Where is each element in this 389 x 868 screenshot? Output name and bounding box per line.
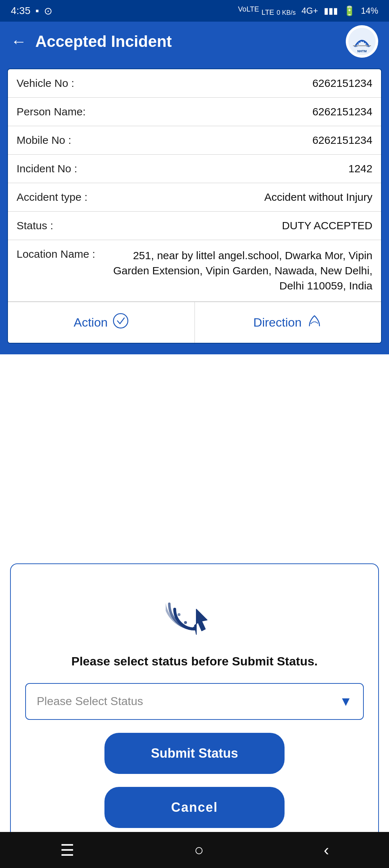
- submit-status-button[interactable]: Submit Status: [104, 733, 285, 774]
- sim-icon: ▪: [36, 5, 39, 17]
- person-name-row: Person Name: 6262151234: [8, 98, 381, 126]
- status-bar-left: 4:35 ▪ ⊙: [11, 5, 52, 17]
- accident-type-row: Accident type : Accident without Injury: [8, 183, 381, 212]
- vehicle-no-value: 6262151234: [312, 77, 372, 89]
- person-name-label: Person Name:: [17, 106, 86, 118]
- mobile-no-label: Mobile No :: [17, 134, 71, 146]
- accident-type-value: Accident without Injury: [264, 191, 372, 203]
- modal-message: Please select status before Submit Statu…: [71, 653, 318, 670]
- battery-icon: 🔋: [344, 5, 355, 17]
- app-header: ← Accepted Incident NHTM: [0, 22, 389, 61]
- bottom-nav-bar: ☰ ○ ‹: [0, 832, 389, 868]
- direction-label: Direction: [253, 315, 301, 329]
- incident-info-card: Vehicle No : 6262151234 Person Name: 626…: [7, 68, 382, 344]
- direction-button[interactable]: Direction: [195, 302, 381, 343]
- svg-text:NHTM: NHTM: [357, 49, 367, 53]
- location-label: Location Name :: [17, 248, 103, 260]
- incident-no-value: 1242: [348, 163, 372, 175]
- modal-section: Please select status before Submit Statu…: [0, 556, 389, 854]
- dropdown-arrow-icon: ▼: [339, 694, 352, 709]
- svg-marker-3: [194, 609, 207, 634]
- click-icon: [166, 582, 223, 640]
- menu-nav-button[interactable]: ☰: [60, 841, 74, 859]
- main-content: Vehicle No : 6262151234 Person Name: 626…: [0, 61, 389, 354]
- cancel-button[interactable]: Cancel: [104, 787, 285, 828]
- app-logo: NHTM: [346, 25, 378, 58]
- network-type: 4G+: [301, 6, 318, 16]
- dropdown-placeholder: Please Select Status: [37, 695, 143, 708]
- back-button[interactable]: ←: [11, 32, 27, 50]
- svg-point-4: [193, 626, 196, 630]
- vehicle-no-label: Vehicle No :: [17, 77, 74, 89]
- incident-no-row: Incident No : 1242: [8, 155, 381, 183]
- status-label: Status :: [17, 220, 53, 232]
- location-row: Location Name : 251, near by littel ange…: [8, 240, 381, 302]
- action-direction-row: Action Direction: [8, 302, 381, 343]
- route-icon: [307, 313, 322, 332]
- time-display: 4:35: [11, 5, 31, 17]
- empty-area: [0, 354, 389, 556]
- svg-point-2: [113, 314, 128, 328]
- signal-icon: ▮▮▮: [324, 6, 338, 16]
- person-name-value: 6262151234: [312, 106, 372, 118]
- accident-type-label: Accident type :: [17, 191, 88, 203]
- home-nav-button[interactable]: ○: [194, 841, 204, 859]
- battery-level: 14%: [361, 6, 378, 16]
- network-label: VoLTE LTE 0 KB/s: [238, 5, 296, 17]
- page-title: Accepted Incident: [35, 32, 337, 50]
- check-circle-icon: [113, 313, 129, 332]
- svg-point-5: [184, 621, 187, 624]
- mobile-no-row: Mobile No : 6262151234: [8, 126, 381, 155]
- action-label: Action: [74, 315, 108, 329]
- status-row: Status : DUTY ACCEPTED: [8, 212, 381, 240]
- status-value: DUTY ACCEPTED: [282, 220, 372, 232]
- status-bar-right: VoLTE LTE 0 KB/s 4G+ ▮▮▮ 🔋 14%: [238, 5, 378, 17]
- action-button[interactable]: Action: [8, 302, 195, 343]
- back-nav-button[interactable]: ‹: [324, 841, 329, 859]
- location-value: 251, near by littel angel.school, Dwarka…: [103, 248, 372, 293]
- incident-no-label: Incident No :: [17, 163, 77, 175]
- mobile-no-value: 6262151234: [312, 134, 372, 146]
- status-bar: 4:35 ▪ ⊙ VoLTE LTE 0 KB/s 4G+ ▮▮▮ 🔋 14%: [0, 0, 389, 22]
- vehicle-no-row: Vehicle No : 6262151234: [8, 69, 381, 98]
- svg-point-6: [178, 613, 180, 616]
- status-dropdown[interactable]: Please Select Status ▼: [25, 683, 364, 720]
- notification-icon: ⊙: [44, 5, 52, 17]
- status-modal: Please select status before Submit Statu…: [10, 563, 379, 847]
